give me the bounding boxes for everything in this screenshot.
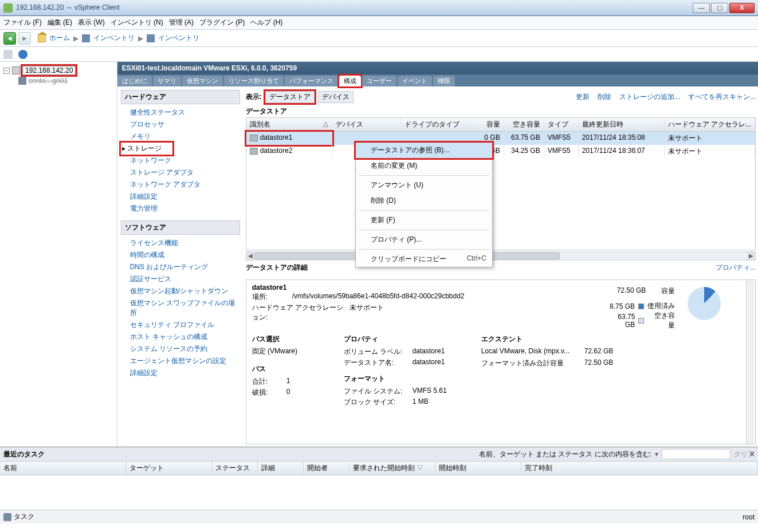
link-license[interactable]: ライセンス機能	[121, 237, 240, 249]
breadcrumb-home[interactable]: ホーム	[49, 33, 70, 43]
link-sw-adv[interactable]: 詳細設定	[121, 367, 240, 379]
link-dns[interactable]: DNS およびルーティング	[121, 261, 240, 273]
col-free[interactable]: 空き容量	[504, 118, 544, 131]
grid-scrollbar[interactable]: ◀ ▶	[246, 251, 756, 261]
scroll-left-icon[interactable]: ◀	[246, 252, 254, 260]
col-task-target[interactable]: ターゲット	[126, 462, 212, 475]
grid-row-datastore2[interactable]: datastore2 5 GB 34.25 GB VMFS5 2017/11/2…	[246, 145, 755, 158]
link-time[interactable]: 時間の構成	[121, 249, 240, 261]
detail-props-link[interactable]: プロパティ...	[716, 263, 756, 273]
link-storage-adapter[interactable]: ストレージ アダプタ	[121, 167, 240, 179]
action-delete[interactable]: 削除	[598, 92, 611, 102]
tab-vms[interactable]: 仮想マシン	[182, 76, 223, 86]
link-cpu[interactable]: プロセッサ	[121, 119, 240, 131]
action-rescan[interactable]: すべてを再スキャン...	[688, 92, 756, 102]
ctx-delete[interactable]: 削除 (D)	[356, 193, 492, 208]
link-health[interactable]: 健全性ステータス	[121, 107, 240, 119]
tab-permissions[interactable]: 権限	[433, 76, 455, 86]
tab-getting-started[interactable]: はじめに	[117, 76, 152, 86]
ctx-clipboard[interactable]: クリップボードにコピーCtrl+C	[356, 251, 492, 267]
tab-events[interactable]: イベント	[398, 76, 432, 86]
menu-inventory[interactable]: インベントリ (N)	[111, 18, 163, 27]
tree-host-node[interactable]: − 192.168.142.20	[3, 65, 113, 76]
col-task-start[interactable]: 開始時刻	[435, 462, 521, 475]
scroll-right-icon[interactable]: ▶	[747, 252, 755, 260]
breadcrumb-inv2[interactable]: インベントリ	[158, 33, 199, 43]
link-memory[interactable]: メモリ	[121, 131, 240, 143]
col-drivetype[interactable]: ドライブのタイプ	[401, 118, 464, 131]
tab-configuration[interactable]: 構成	[339, 76, 361, 86]
maximize-button[interactable]: ▢	[711, 3, 728, 13]
sort-icon[interactable]: △	[323, 120, 328, 128]
ctx-browse[interactable]: データストアの参照 (B)...	[356, 143, 492, 158]
inventory-icon	[82, 34, 90, 42]
menu-view[interactable]: 表示 (W)	[78, 18, 105, 27]
view-device-button[interactable]: デバイス	[318, 91, 354, 103]
link-vmstart[interactable]: 仮想マシン起動/シャットダウン	[121, 285, 240, 297]
tool-icon-2[interactable]	[18, 50, 28, 59]
tab-performance[interactable]: パフォーマンス	[285, 76, 338, 86]
col-task-name[interactable]: 名前	[0, 462, 126, 475]
link-cache[interactable]: ホスト キャッシュの構成	[121, 331, 240, 343]
menu-admin[interactable]: 管理 (A)	[169, 18, 194, 27]
minimize-button[interactable]: —	[693, 3, 710, 13]
breadcrumb-inv1[interactable]: インベントリ	[93, 33, 135, 43]
status-bar: タスク root	[0, 510, 758, 523]
action-refresh[interactable]: 更新	[576, 92, 590, 102]
ctx-rename[interactable]: 名前の変更 (M)	[356, 158, 492, 174]
ctx-sep	[358, 249, 490, 250]
col-task-end[interactable]: 完了時刻	[521, 462, 758, 475]
col-task-detail[interactable]: 詳細	[258, 462, 304, 475]
col-task-status[interactable]: ステータス	[212, 462, 258, 475]
tree-vm-label: cento…gn01	[29, 77, 68, 85]
host-header: ESXi01-test.localdomain VMware ESXi, 6.0…	[117, 62, 758, 74]
menu-plugins[interactable]: プラグイン (P)	[199, 18, 245, 27]
cell-upd: 2017/11/24 18:36:07	[579, 145, 665, 158]
link-storage[interactable]: ストレージ	[121, 143, 172, 155]
link-security[interactable]: セキュリティ プロファイル	[121, 319, 240, 331]
tab-summary[interactable]: サマリ	[153, 76, 181, 86]
cell-free: 34.25 GB	[504, 145, 544, 158]
col-device[interactable]: デバイス	[332, 118, 401, 131]
ctx-refresh[interactable]: 更新 (F)	[356, 212, 492, 228]
link-swap[interactable]: 仮想マシン スワップファイルの場所	[121, 297, 240, 319]
vol-val: datastore1	[413, 347, 445, 357]
tab-users[interactable]: ユーザー	[362, 76, 396, 86]
tool-icon-1[interactable]	[3, 50, 13, 59]
link-network-adapter[interactable]: ネットワーク アダプタ	[121, 179, 240, 191]
tree-vm-node[interactable]: cento…gn01	[18, 77, 113, 85]
view-datastore-button[interactable]: データストア	[265, 91, 315, 103]
dropdown-icon[interactable]: ▾	[655, 450, 658, 458]
menu-file[interactable]: ファイル (F)	[3, 18, 42, 27]
col-updated[interactable]: 最終更新日時	[579, 118, 665, 131]
nav-forward-button[interactable]: ►	[18, 32, 31, 45]
tab-resource[interactable]: リソース割り当て	[224, 76, 284, 86]
action-add-storage[interactable]: ストレージの追加...	[619, 92, 680, 102]
fmtcap-key: フォーマット済み合計容量	[481, 358, 579, 368]
link-agent[interactable]: エージェント仮想マシンの設定	[121, 355, 240, 367]
col-task-initiator[interactable]: 開始者	[304, 462, 349, 475]
link-auth[interactable]: 認証サービス	[121, 273, 240, 285]
menu-help[interactable]: ヘルプ (H)	[250, 18, 282, 27]
tree-host-label[interactable]: 192.168.142.20	[22, 66, 76, 75]
ctx-props[interactable]: プロパティ (P)...	[356, 232, 492, 247]
menu-edit[interactable]: 編集 (E)	[48, 18, 72, 27]
link-power[interactable]: 電力管理	[121, 203, 240, 215]
col-capacity[interactable]: 容量	[464, 118, 504, 131]
grid-row-datastore1[interactable]: datastore1 0 GB 63.75 GB VMFS5 2017/11/2…	[246, 132, 755, 145]
col-type[interactable]: タイプ	[544, 118, 579, 131]
close-button[interactable]: X	[729, 3, 755, 13]
collapse-icon[interactable]: −	[3, 68, 10, 74]
ctx-unmount[interactable]: アンマウント (U)	[356, 178, 492, 193]
nav-back-button[interactable]: ◄	[3, 32, 16, 45]
tasks-filter-input[interactable]	[662, 449, 730, 459]
fmtcap-val: 72.50 GB	[584, 358, 614, 368]
link-network[interactable]: ネットワーク	[121, 155, 240, 167]
link-hw-adv[interactable]: 詳細設定	[121, 191, 240, 203]
tasks-close-icon[interactable]: ×	[750, 450, 755, 459]
detail-vscrollbar[interactable]	[746, 280, 754, 444]
col-hwaccel[interactable]: ハードウェア アクセラレ...	[665, 118, 755, 131]
status-tasks[interactable]: タスク	[14, 512, 34, 522]
loc-val: /vmfs/volumes/59ba86e1-4048b5fd-d842-000…	[292, 292, 465, 302]
link-sysres[interactable]: システム リソースの予約	[121, 343, 240, 355]
